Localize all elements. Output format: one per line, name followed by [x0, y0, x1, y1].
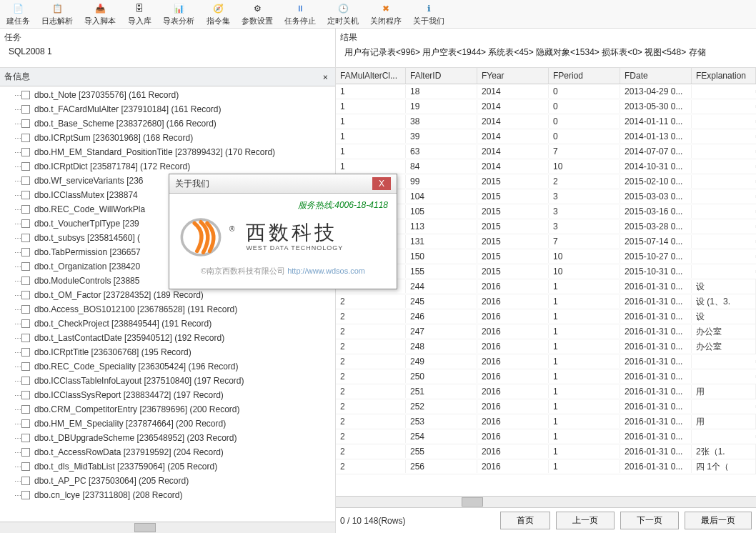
column-header[interactable]: FExplanation: [692, 68, 756, 84]
tree-close-icon[interactable]: ×: [320, 72, 331, 82]
tree-checkbox[interactable]: [21, 305, 30, 314]
tree-checkbox[interactable]: [21, 377, 30, 385]
database-tree[interactable]: ⋯dbo.t_Note [237035576] (161 Record)⋯dbo…: [0, 86, 335, 522]
tree-checkbox[interactable]: [21, 191, 30, 199]
table-row[interactable]: 1131201572015-07-14 0...: [336, 234, 756, 249]
table-row[interactable]: 2253201612016-01-31 0... 用: [336, 414, 756, 429]
tree-twisty-icon[interactable]: ⋯: [14, 163, 21, 171]
tree-item[interactable]: ⋯dbo.t_AP_PC [237503064] (205 Record): [26, 474, 335, 488]
table-row[interactable]: 118201402013-04-29 0...: [336, 84, 756, 99]
command-set-button[interactable]: 🧭指令集: [200, 0, 236, 28]
pager-next-button[interactable]: 下一页: [620, 512, 679, 529]
pager-prev-button[interactable]: 上一页: [556, 512, 615, 529]
tree-twisty-icon[interactable]: ⋯: [14, 191, 21, 199]
tree-checkbox[interactable]: [21, 419, 30, 428]
tree-item[interactable]: ⋯dbo.REC_Code_Speciality [236305424] (19…: [26, 359, 335, 374]
table-row[interactable]: 2244201612016-01-31 0...设: [336, 279, 756, 294]
table-row[interactable]: 2252201612016-01-31 0...: [336, 399, 756, 414]
table-row[interactable]: 119201402013-05-30 0...: [336, 99, 756, 114]
table-row[interactable]: 2255201612016-01-31 0... 2张（1.: [336, 444, 756, 459]
tree-item[interactable]: ⋯dbo.ICRptDict [235871784] (172 Record): [26, 159, 335, 174]
tree-checkbox[interactable]: [21, 205, 30, 214]
tree-checkbox[interactable]: [21, 348, 30, 357]
import-db-button[interactable]: 🗄导入库: [121, 0, 157, 28]
task-stop-button[interactable]: ⏸任务停止: [279, 0, 322, 28]
tree-item[interactable]: ⋯dbo.t_AccessRowData [237919592] (204 Re…: [26, 445, 335, 459]
tree-twisty-icon[interactable]: ⋯: [14, 206, 21, 214]
table-row[interactable]: 138201402014-01-11 0...: [336, 114, 756, 129]
tree-checkbox[interactable]: [21, 362, 30, 371]
tree-twisty-icon[interactable]: ⋯: [14, 377, 21, 385]
column-header[interactable]: FDate: [620, 68, 692, 84]
import-script-button[interactable]: 📥导入脚本: [79, 0, 121, 28]
table-row[interactable]: 1113201532015-03-28 0...: [336, 219, 756, 234]
column-header[interactable]: FAMulAlterCl...: [336, 68, 406, 84]
table-analysis-button[interactable]: 📊导表分析: [157, 0, 200, 28]
tree-item[interactable]: ⋯dbo.ICRptSum [236301968] (168 Record): [26, 131, 335, 145]
tree-twisty-icon[interactable]: ⋯: [14, 120, 21, 128]
close-program-button[interactable]: ✖关闭程序: [364, 0, 407, 28]
tree-twisty-icon[interactable]: ⋯: [14, 406, 21, 414]
table-row[interactable]: 2249201612016-01-31 0...: [336, 354, 756, 369]
table-row[interactable]: 2245201612016-01-31 0...设 (1、3.: [336, 294, 756, 309]
tree-checkbox[interactable]: [21, 462, 30, 471]
tree-twisty-icon[interactable]: ⋯: [14, 106, 21, 114]
tree-checkbox[interactable]: [21, 448, 30, 457]
table-row[interactable]: 11552015102015-10-31 0...: [336, 264, 756, 279]
table-row[interactable]: 163201472014-07-07 0...: [336, 144, 756, 159]
tree-twisty-icon[interactable]: ⋯: [14, 249, 21, 256]
tree-item[interactable]: ⋯dbo.HM_EM_Speciality [237874664] (200 R…: [26, 417, 335, 431]
pager-last-button[interactable]: 最后一页: [685, 512, 752, 529]
table-row[interactable]: 2256201612016-01-31 0...四 1个（: [336, 459, 756, 474]
tree-checkbox[interactable]: [21, 105, 30, 114]
tree-item[interactable]: ⋯dbo.ICClassSysReport [238834472] (197 R…: [26, 388, 335, 402]
param-settings-button[interactable]: ⚙参数设置: [236, 0, 279, 28]
tree-twisty-icon[interactable]: ⋯: [14, 292, 21, 299]
table-row[interactable]: 2251201612016-01-31 0... 用: [336, 384, 756, 399]
tree-checkbox[interactable]: [21, 477, 30, 485]
tree-checkbox[interactable]: [21, 291, 30, 299]
tree-hscrollbar[interactable]: [0, 522, 335, 533]
tree-checkbox[interactable]: [21, 119, 30, 128]
tree-checkbox[interactable]: [21, 219, 30, 228]
table-row[interactable]: 139201402014-01-13 0...: [336, 129, 756, 144]
column-header[interactable]: FAlterID: [406, 68, 477, 84]
pager-first-button[interactable]: 首页: [500, 512, 550, 529]
tree-item[interactable]: ⋯dbo.t_CheckProject [238849544] (191 Rec…: [26, 317, 335, 331]
tree-item[interactable]: ⋯dbo.t_DBUpgradeScheme [236548952] (203 …: [26, 431, 335, 445]
table-row[interactable]: 11502015102015-10-27 0...: [336, 249, 756, 264]
table-row[interactable]: 199201522015-02-10 0...: [336, 174, 756, 189]
tree-checkbox[interactable]: [21, 405, 30, 414]
tree-checkbox[interactable]: [21, 162, 30, 171]
tree-twisty-icon[interactable]: ⋯: [14, 334, 21, 342]
tree-twisty-icon[interactable]: ⋯: [14, 149, 21, 156]
tree-twisty-icon[interactable]: ⋯: [14, 363, 21, 371]
column-header[interactable]: FYear: [477, 68, 549, 84]
create-task-button[interactable]: 📄建任务: [0, 0, 36, 28]
tree-twisty-icon[interactable]: ⋯: [14, 234, 21, 242]
tree-checkbox[interactable]: [21, 491, 30, 499]
tree-twisty-icon[interactable]: ⋯: [14, 463, 21, 471]
column-header[interactable]: FPeriod: [549, 68, 620, 84]
tree-checkbox[interactable]: [21, 319, 30, 328]
tree-twisty-icon[interactable]: ⋯: [14, 492, 21, 499]
tree-checkbox[interactable]: [21, 391, 30, 399]
table-row[interactable]: 1104201532015-03-03 0...: [336, 189, 756, 204]
shutdown-timer-button[interactable]: 🕒定时关机: [322, 0, 364, 28]
tree-twisty-icon[interactable]: ⋯: [14, 434, 21, 442]
tree-twisty-icon[interactable]: ⋯: [14, 477, 21, 485]
tree-twisty-icon[interactable]: ⋯: [14, 349, 21, 357]
tree-twisty-icon[interactable]: ⋯: [14, 263, 21, 271]
tree-checkbox[interactable]: [21, 91, 30, 99]
tree-twisty-icon[interactable]: ⋯: [14, 306, 21, 314]
tree-twisty-icon[interactable]: ⋯: [14, 220, 21, 228]
table-row[interactable]: 1105201532015-03-16 0...: [336, 204, 756, 219]
tree-item[interactable]: ⋯dbo.t_LastContactDate [235940512] (192 …: [26, 331, 335, 345]
table-row[interactable]: 2247201612016-01-31 0... 办公室: [336, 324, 756, 339]
tree-checkbox[interactable]: [21, 434, 30, 442]
tree-item[interactable]: ⋯dbo.Access_BOS1012100 [236786528] (191 …: [26, 302, 335, 317]
tree-twisty-icon[interactable]: ⋯: [14, 91, 21, 99]
dialog-close-button[interactable]: X: [372, 177, 391, 190]
tree-twisty-icon[interactable]: ⋯: [14, 320, 21, 328]
tree-item[interactable]: ⋯dbo.HM_EM_Standard_PositionTitle [23789…: [26, 145, 335, 159]
